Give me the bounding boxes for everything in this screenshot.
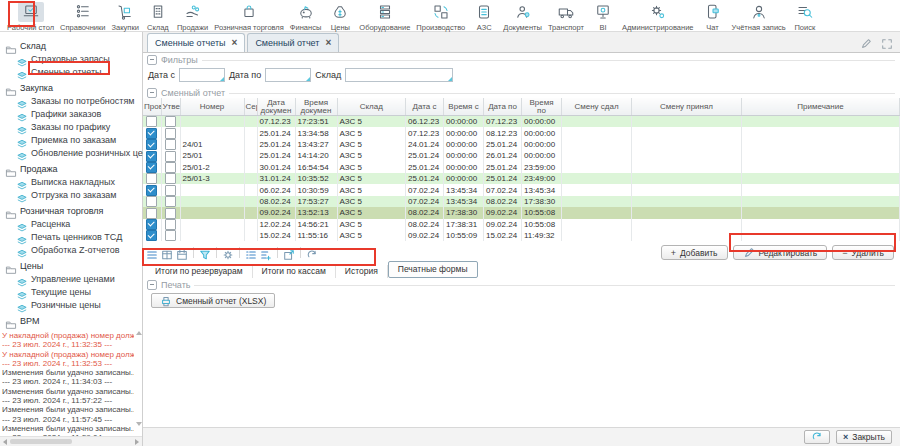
toolbar-item-2[interactable]: Закупки	[109, 1, 142, 33]
toolbar-item-16[interactable]: Учётная запись	[729, 1, 789, 33]
sidebar-item-4[interactable]: Заказы по потребностям	[5, 94, 142, 107]
table-row[interactable]: 12.02.2414:56:21АЗС 508.02.2417:38:3109.…	[143, 219, 900, 230]
toolbar-item-15[interactable]: Чат	[697, 1, 729, 33]
approved-checkbox[interactable]	[165, 173, 176, 184]
collapse-report-icon[interactable]	[147, 88, 157, 98]
passed-checkbox[interactable]	[146, 219, 157, 230]
table-row[interactable]: 15.02.2411:55:16АЗС 509.02.2410:55:0915.…	[143, 230, 900, 241]
toolbar-item-6[interactable]: Финансы	[287, 1, 325, 33]
log-scrollbar[interactable]	[135, 331, 142, 426]
passed-checkbox[interactable]	[146, 151, 157, 162]
resize-handle-icon[interactable]	[448, 77, 452, 81]
passed-checkbox[interactable]	[146, 185, 157, 196]
resize-handle-icon[interactable]	[220, 77, 224, 81]
sidebar-item-18[interactable]: Текущие цены	[5, 285, 142, 298]
calendar-icon[interactable]	[176, 247, 188, 259]
scroll-left-arrow-icon[interactable]	[3, 439, 7, 445]
table-row[interactable]: 09.02.2413:52:13АЗС 508.02.2417:38:3009.…	[143, 207, 900, 218]
close-icon[interactable]: ×	[325, 38, 331, 48]
close-button[interactable]: × Закрыть	[836, 430, 892, 444]
sidebar-folder-20[interactable]: BPM	[5, 314, 142, 327]
sidebar-folder-9[interactable]: Продажа	[5, 162, 142, 175]
approved-checkbox[interactable]	[165, 151, 176, 162]
approved-checkbox[interactable]	[165, 196, 176, 207]
filter-input-0[interactable]	[179, 68, 225, 82]
passed-checkbox[interactable]	[146, 196, 157, 207]
column-header-accepted[interactable]: Смену принял	[632, 98, 742, 116]
toolbar-item-7[interactable]: Цены	[324, 1, 356, 33]
sidebar-item-15[interactable]: Обработка Z-отчетов	[5, 243, 142, 256]
collapse-filters-icon[interactable]	[147, 55, 157, 65]
filter-input-2[interactable]	[345, 68, 453, 82]
passed-checkbox[interactable]	[146, 162, 157, 173]
approved-checkbox[interactable]	[165, 230, 176, 241]
column-header-date_to[interactable]: Дата по	[484, 98, 522, 116]
delete-button[interactable]: −Удалить	[832, 245, 894, 260]
view-grid-icon[interactable]	[161, 247, 173, 259]
approved-checkbox[interactable]	[165, 219, 176, 230]
toolbar-item-9[interactable]: Производство	[413, 1, 468, 33]
scroll-down-arrow-icon[interactable]	[136, 422, 142, 426]
column-header-date_from[interactable]: Дата с	[406, 98, 444, 116]
sidebar-item-2[interactable]: Сменные отчеты	[5, 65, 142, 78]
approved-checkbox[interactable]	[165, 139, 176, 150]
column-header-handed_over[interactable]: Смену сдал	[562, 98, 632, 116]
table-row[interactable]: 08.02.2417:53:27АЗС 507.02.2413:45:3408.…	[143, 196, 900, 207]
expand-icon[interactable]	[881, 36, 893, 48]
shift-report-xlsx-button[interactable]: Сменный отчет (XLSX)	[151, 293, 275, 308]
scroll-right-arrow-icon[interactable]	[135, 439, 139, 445]
sidebar-folder-16[interactable]: Цены	[5, 259, 142, 272]
toolbar-item-3[interactable]: Склад	[142, 1, 174, 33]
sidebar-item-1[interactable]: Страховые запасы	[5, 52, 142, 65]
column-header-doc_time[interactable]: Время докумен	[295, 98, 337, 116]
toolbar-item-4[interactable]: Продажи	[174, 1, 211, 33]
tab-1[interactable]: Сменный отчет×	[247, 33, 339, 52]
passed-checkbox[interactable]	[146, 116, 157, 127]
toolbar-item-0[interactable]: Рабочий стол	[4, 1, 57, 33]
sidebar-item-14[interactable]: Печать ценников ТСД	[5, 230, 142, 243]
toolbar-item-12[interactable]: Транспорт	[545, 1, 587, 33]
funnel-icon[interactable]	[199, 247, 211, 259]
sidebar-item-17[interactable]: Управление ценами	[5, 272, 142, 285]
approved-checkbox[interactable]	[165, 185, 176, 196]
view-list-icon[interactable]	[146, 247, 158, 259]
sidebar-folder-12[interactable]: Розничная торговля	[5, 204, 142, 217]
toolbar-item-5[interactable]: Розничная торговля	[211, 1, 287, 33]
column-header-series[interactable]: Сери	[244, 98, 257, 116]
column-header-number[interactable]: Номер	[180, 98, 244, 116]
tab-0[interactable]: Сменные отчеты×	[147, 33, 245, 52]
column-header-doc_date[interactable]: Дата докумен	[257, 98, 295, 116]
sidebar-item-7[interactable]: Приемка по заказам	[5, 133, 142, 146]
sidebar-horizontal-scrollbar[interactable]	[0, 436, 142, 446]
approved-checkbox[interactable]	[165, 162, 176, 173]
passed-checkbox[interactable]	[146, 173, 157, 184]
filter-input-1[interactable]	[265, 68, 311, 82]
rows-icon[interactable]	[245, 247, 257, 259]
column-header-time_to[interactable]: Время по	[522, 98, 562, 116]
sidebar-item-6[interactable]: Заказы по графику	[5, 120, 142, 133]
passed-checkbox[interactable]	[146, 139, 157, 150]
sidebar-folder-0[interactable]: Склад	[5, 39, 142, 52]
table-row[interactable]: 07.12.2317:23:51АЗС 506.12.2300:00:0007.…	[143, 116, 900, 128]
passed-checkbox[interactable]	[146, 128, 157, 139]
toolbar-item-11[interactable]: Документы	[500, 1, 545, 33]
toolbar-item-10[interactable]: АЗС	[468, 1, 500, 33]
subtab-3[interactable]: Печатные формы	[388, 261, 478, 278]
collapse-print-icon[interactable]	[147, 280, 157, 290]
subtab-2[interactable]: История	[336, 265, 388, 278]
table-row[interactable]: 24/0125.01.2413:43:27АЗС 524.01.2400:00:…	[143, 139, 900, 150]
table-row[interactable]: 25/0125.01.2414:14:20АЗС 525.01.2400:00:…	[143, 150, 900, 161]
resize-handle-icon[interactable]	[306, 77, 310, 81]
toolbar-item-14[interactable]: Администрирование	[619, 1, 697, 33]
pencil-icon[interactable]	[860, 36, 872, 48]
subtab-0[interactable]: Итоги по резервуарам	[146, 265, 253, 278]
sidebar-item-19[interactable]: Розничные цены	[5, 298, 142, 311]
table-row[interactable]: 06.02.2410:30:59АЗС 507.02.2413:45:3407.…	[143, 184, 900, 195]
toolbar-item-8[interactable]: Оборудование	[356, 1, 413, 33]
column-header-note[interactable]: Примечание	[742, 98, 900, 116]
column-header-warehouse[interactable]: Склад	[337, 98, 406, 116]
approved-checkbox[interactable]	[165, 128, 176, 139]
edit-button[interactable]: Редактировать	[733, 245, 828, 260]
gear-icon[interactable]	[222, 247, 234, 259]
sidebar-item-5[interactable]: Графики заказов	[5, 107, 142, 120]
